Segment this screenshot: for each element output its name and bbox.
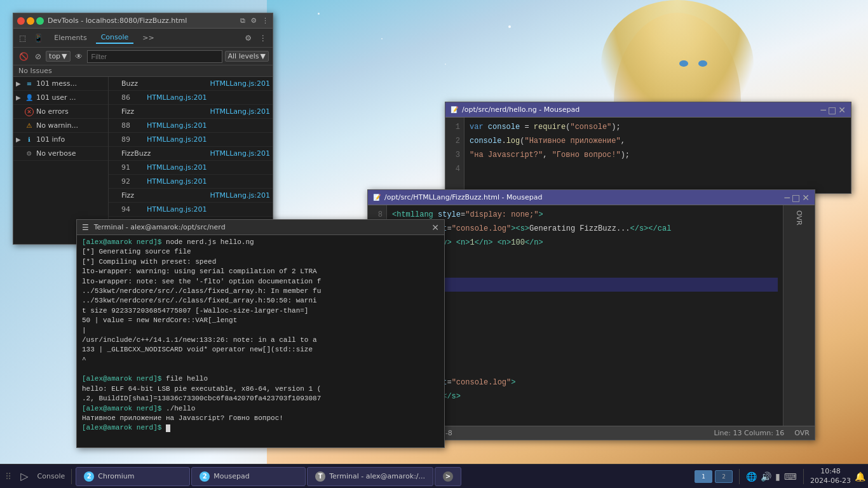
extra-icon-label: > (445, 473, 451, 480)
log-group-user[interactable]: ▶ 👤 101 user ... (13, 91, 108, 105)
table-row[interactable]: 89 HTMLLang.js:201 (109, 133, 273, 147)
taskbar-app-terminal[interactable]: T Terminal - alex@amarok:/... (307, 467, 433, 486)
term-line: ../53kwt/nerdcore/src/./class/fixed_arra… (82, 296, 439, 306)
table-row[interactable]: 94 HTMLLang.js:201 (109, 203, 273, 217)
notifications-icon[interactable]: 🔔 (855, 471, 865, 482)
context-selector[interactable]: top ▼ (46, 51, 71, 62)
tab-console[interactable]: Console (96, 32, 134, 44)
entry-link[interactable]: HTMLLang.js:201 (147, 93, 207, 102)
more-options-icon[interactable]: ⋮ (257, 33, 269, 43)
filter-icon[interactable]: ⊘ (33, 51, 43, 62)
messages-label: 101 mess... (36, 79, 105, 88)
code-line: <call target="console.log"> (392, 376, 778, 390)
restore-icon[interactable]: ⧉ (240, 17, 245, 25)
warnings-label: No warnin... (36, 121, 105, 130)
entry-link[interactable]: HTMLLang.js:201 (147, 177, 207, 186)
terminal-content[interactable]: [alex@amarok nerd]$ node nerd.js hello.n… (77, 235, 444, 447)
terminal-label: Terminal - alex@amarok:/... (329, 472, 425, 480)
keyboard-icon[interactable]: ⌨ (784, 471, 797, 482)
position-label: Line: 13 Column: 16 (714, 429, 784, 437)
term-input-line[interactable]: [alex@amarok nerd]$ (82, 423, 439, 433)
extra-icon: > (443, 471, 453, 482)
code-line: <v>i</v> (392, 306, 778, 320)
entry-link[interactable]: HTMLLang.js:201 (147, 135, 207, 144)
table-row[interactable]: 92 HTMLLang.js:201 (109, 175, 273, 189)
log-group-warnings[interactable]: ⚠ No warnin... (13, 119, 108, 133)
battery-icon: ▮ (775, 471, 780, 482)
log-group-info[interactable]: ▶ ℹ 101 info (13, 133, 108, 147)
maximize-icon[interactable]: □ (792, 193, 800, 203)
expand-icon: ▶ (16, 136, 24, 143)
terminal-menu-icon[interactable]: ☰ (82, 223, 89, 232)
vdesktop-1[interactable]: 1 (695, 470, 712, 483)
table-row[interactable]: FizzBuzz HTMLLang.js:201 (109, 147, 273, 161)
console-label[interactable]: Console (35, 472, 68, 480)
entry-link[interactable]: HTMLLang.js:201 (147, 163, 207, 172)
term-line: hello: ELF 64-bit LSB pie executable, x8… (82, 384, 439, 394)
term-line: .2, BuildID[sha1]=13836c73300cbc6f8a4207… (82, 394, 439, 403)
network-icon[interactable]: 🌐 (746, 471, 757, 482)
vdesktop-2[interactable]: 2 (715, 470, 733, 483)
entry-link[interactable]: HTMLLang.js:201 (147, 121, 207, 130)
table-row[interactable]: 88 HTMLLang.js:201 (109, 119, 273, 133)
code-line: var console = require("console"); (470, 120, 846, 134)
code-line: console.log("Нативное приложение", (470, 134, 846, 148)
minimize-button[interactable] (27, 17, 34, 25)
settings-gear-icon[interactable]: ⚙ (243, 33, 254, 43)
inspect-icon[interactable]: ⬚ (17, 33, 28, 43)
close-button[interactable] (17, 17, 25, 25)
terminal-close-icon[interactable]: ✕ (431, 222, 439, 233)
term-line: [alex@amarok nerd]$ node nerd.js hello.n… (82, 238, 439, 247)
log-group-verbose[interactable]: ⚙ No verbose (13, 147, 108, 161)
terminal-icon: T (315, 471, 325, 482)
table-row[interactable]: Fizz HTMLLang.js:201 (109, 189, 273, 203)
maximize-icon[interactable]: □ (828, 105, 836, 115)
eye-icon[interactable]: 👁 (73, 51, 85, 62)
fizzbuzz-code[interactable]: <htmllang style="display: none;"> <call … (387, 205, 783, 426)
warning-icon: ⚠ (25, 121, 34, 130)
close-icon[interactable]: ✕ (802, 193, 810, 203)
taskbar-app-extra[interactable]: > (435, 467, 461, 486)
device-icon[interactable]: 📱 (32, 33, 45, 43)
drag-handle: ⠿ (3, 471, 14, 482)
maximize-button[interactable] (36, 17, 44, 25)
log-level-selector[interactable]: All levels ▼ (225, 51, 269, 62)
term-line: [*] Generating source file (82, 247, 439, 257)
console-filter-input[interactable] (87, 50, 222, 63)
term-cursor (166, 424, 170, 432)
console-toggle[interactable]: ▷ (15, 470, 33, 482)
tab-more[interactable]: >> (137, 32, 159, 43)
log-group-errors[interactable]: ✕ No errors (13, 105, 108, 119)
table-row[interactable]: 86 HTMLLang.js:201 (109, 91, 273, 105)
code-area[interactable]: var console = require("console"); consol… (465, 118, 851, 193)
volume-icon[interactable]: 🔊 (761, 471, 771, 482)
term-prompt: [alex@amarok nerd]$ (82, 238, 161, 246)
expand-icon: ▶ (16, 94, 24, 101)
code-line: <cond> (392, 250, 778, 264)
entry-link[interactable]: HTMLLang.js:201 (210, 149, 270, 158)
entry-num: 86 (121, 93, 147, 102)
code-line-active: <eq> (392, 278, 778, 292)
minimize-icon[interactable]: ─ (821, 105, 826, 115)
entry-link[interactable]: HTMLLang.js:201 (147, 205, 207, 214)
taskbar-app-chromium[interactable]: 2 Chromium (76, 467, 190, 486)
table-row[interactable]: 91 HTMLLang.js:201 (109, 161, 273, 175)
error-icon: ✕ (25, 107, 34, 116)
term-line (82, 365, 439, 374)
taskbar-app-mousepad[interactable]: 2 Mousepad (191, 467, 306, 486)
clock[interactable]: 10:48 2024-06-23 (810, 467, 851, 485)
entry-link[interactable]: HTMLLang.js:201 (210, 191, 270, 200)
minimize-icon[interactable]: ─ (785, 193, 790, 203)
table-row[interactable]: Fizz HTMLLang.js:201 (109, 105, 273, 119)
term-line: | (82, 326, 439, 336)
info-icon: ℹ (25, 135, 34, 144)
settings-icon[interactable]: ⚙ (250, 17, 257, 25)
clear-icon[interactable]: 🚫 (17, 51, 31, 62)
tab-elements[interactable]: Elements (49, 32, 92, 43)
log-group-messages[interactable]: ▶ ≡ 101 mess... (13, 77, 108, 91)
table-row[interactable]: Buzz HTMLLang.js:201 (109, 77, 273, 91)
entry-link[interactable]: HTMLLang.js:201 (210, 79, 270, 88)
close-icon[interactable]: ✕ (838, 105, 846, 115)
more-icon[interactable]: ⋮ (262, 17, 269, 25)
entry-link[interactable]: HTMLLang.js:201 (210, 107, 270, 116)
